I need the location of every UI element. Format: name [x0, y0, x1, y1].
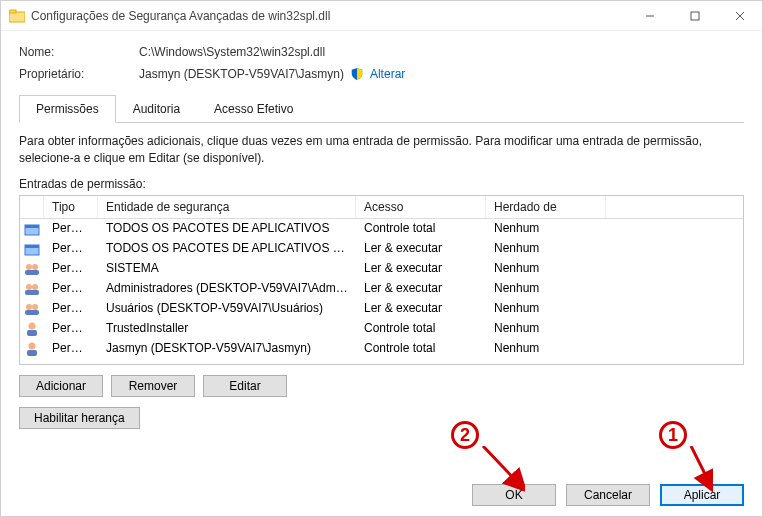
cell-type: Perm...	[44, 339, 98, 359]
cell-principal: Usuários (DESKTOP-V59VAI7\Usuários)	[98, 299, 356, 319]
svg-point-19	[29, 322, 36, 329]
col-principal[interactable]: Entidade de segurança	[98, 196, 356, 218]
tab-effective-access[interactable]: Acesso Efetivo	[197, 95, 310, 122]
cell-type: Perm...	[44, 319, 98, 339]
tab-auditing[interactable]: Auditoria	[116, 95, 197, 122]
cell-principal: TrustedInstaller	[98, 319, 356, 339]
svg-rect-9	[25, 245, 39, 248]
cell-type: Perm...	[44, 279, 98, 299]
list-buttons: Adicionar Remover Editar	[19, 375, 744, 397]
cell-inherited: Nenhum	[486, 259, 606, 279]
svg-point-16	[26, 304, 32, 310]
list-row[interactable]: Perm...Jasmyn (DESKTOP-V59VAI7\Jasmyn)Co…	[20, 339, 743, 359]
cell-access: Ler & executar	[356, 259, 486, 279]
group-icon	[24, 301, 40, 317]
list-label: Entradas de permissão:	[19, 177, 744, 191]
cancel-button[interactable]: Cancelar	[566, 484, 650, 506]
window-buttons	[627, 1, 762, 30]
svg-point-11	[32, 264, 38, 270]
package-icon	[24, 241, 40, 257]
group-icon	[24, 261, 40, 277]
cell-access: Controle total	[356, 219, 486, 239]
change-owner-link[interactable]: Alterar	[370, 67, 405, 81]
list-row[interactable]: Perm...Administradores (DESKTOP-V59VAI7\…	[20, 279, 743, 299]
owner-label: Proprietário:	[19, 67, 139, 81]
list-row[interactable]: Perm...TrustedInstallerControle totalNen…	[20, 319, 743, 339]
svg-point-10	[26, 264, 32, 270]
list-header: Tipo Entidade de segurança Acesso Herdad…	[20, 196, 743, 219]
remove-button[interactable]: Remover	[111, 375, 195, 397]
inherit-row: Habilitar herança	[19, 407, 744, 429]
user-icon	[24, 321, 40, 337]
cell-principal: Administradores (DESKTOP-V59VAI7\Admin..…	[98, 279, 356, 299]
group-icon	[24, 281, 40, 297]
list-row[interactable]: Perm...SISTEMALer & executarNenhum	[20, 259, 743, 279]
tabs: Permissões Auditoria Acesso Efetivo	[19, 95, 744, 123]
svg-rect-22	[27, 350, 37, 356]
maximize-button[interactable]	[672, 1, 717, 30]
cell-access: Ler & executar	[356, 299, 486, 319]
ok-button[interactable]: OK	[472, 484, 556, 506]
svg-point-21	[29, 342, 36, 349]
enable-inherit-button[interactable]: Habilitar herança	[19, 407, 140, 429]
svg-point-17	[32, 304, 38, 310]
cell-principal: SISTEMA	[98, 259, 356, 279]
add-button[interactable]: Adicionar	[19, 375, 103, 397]
svg-rect-1	[9, 10, 16, 13]
svg-rect-15	[25, 290, 39, 295]
cell-type: Perm...	[44, 259, 98, 279]
shield-icon	[350, 67, 364, 81]
col-inherited[interactable]: Herdado de	[486, 196, 606, 218]
cell-principal: Jasmyn (DESKTOP-V59VAI7\Jasmyn)	[98, 339, 356, 359]
svg-rect-18	[25, 310, 39, 315]
owner-row: Proprietário: Jasmyn (DESKTOP-V59VAI7\Ja…	[19, 67, 744, 81]
svg-point-13	[26, 284, 32, 290]
cell-access: Controle total	[356, 339, 486, 359]
col-access[interactable]: Acesso	[356, 196, 486, 218]
list-row[interactable]: Perm...TODOS OS PACOTES DE APLICATIVOSCo…	[20, 219, 743, 239]
cell-access: Ler & executar	[356, 239, 486, 259]
window: Configurações de Segurança Avançadas de …	[0, 0, 763, 517]
cell-inherited: Nenhum	[486, 279, 606, 299]
edit-button[interactable]: Editar	[203, 375, 287, 397]
cell-access: Ler & executar	[356, 279, 486, 299]
cell-type: Perm...	[44, 299, 98, 319]
owner-value: Jasmyn (DESKTOP-V59VAI7\Jasmyn)	[139, 67, 344, 81]
name-row: Nome: C:\Windows\System32\win32spl.dll	[19, 45, 744, 59]
tab-permissions[interactable]: Permissões	[19, 95, 116, 123]
cell-type: Perm...	[44, 219, 98, 239]
cell-inherited: Nenhum	[486, 339, 606, 359]
svg-point-14	[32, 284, 38, 290]
list-row[interactable]: Perm...Usuários (DESKTOP-V59VAI7\Usuário…	[20, 299, 743, 319]
apply-button[interactable]: Aplicar	[660, 484, 744, 506]
cell-inherited: Nenhum	[486, 299, 606, 319]
folder-icon	[9, 8, 25, 24]
permission-list[interactable]: Tipo Entidade de segurança Acesso Herdad…	[19, 195, 744, 365]
minimize-button[interactable]	[627, 1, 672, 30]
col-type[interactable]: Tipo	[44, 196, 98, 218]
titlebar: Configurações de Segurança Avançadas de …	[1, 1, 762, 31]
svg-rect-3	[691, 12, 699, 20]
cell-type: Perm...	[44, 239, 98, 259]
close-button[interactable]	[717, 1, 762, 30]
content-area: Nome: C:\Windows\System32\win32spl.dll P…	[1, 31, 762, 476]
name-label: Nome:	[19, 45, 139, 59]
svg-rect-12	[25, 270, 39, 275]
package-icon	[24, 221, 40, 237]
cell-principal: TODOS OS PACOTES DE APLICATIVOS	[98, 219, 356, 239]
list-row[interactable]: Perm...TODOS OS PACOTES DE APLICATIVOS R…	[20, 239, 743, 259]
name-value: C:\Windows\System32\win32spl.dll	[139, 45, 744, 59]
svg-rect-20	[27, 330, 37, 336]
window-title: Configurações de Segurança Avançadas de …	[31, 9, 627, 23]
cell-inherited: Nenhum	[486, 239, 606, 259]
svg-rect-7	[25, 225, 39, 228]
cell-inherited: Nenhum	[486, 319, 606, 339]
cell-inherited: Nenhum	[486, 219, 606, 239]
cell-access: Controle total	[356, 319, 486, 339]
cell-principal: TODOS OS PACOTES DE APLICATIVOS REST...	[98, 239, 356, 259]
footer-buttons: OK Cancelar Aplicar	[1, 476, 762, 516]
user-icon	[24, 341, 40, 357]
help-text: Para obter informações adicionais, cliqu…	[19, 133, 744, 167]
